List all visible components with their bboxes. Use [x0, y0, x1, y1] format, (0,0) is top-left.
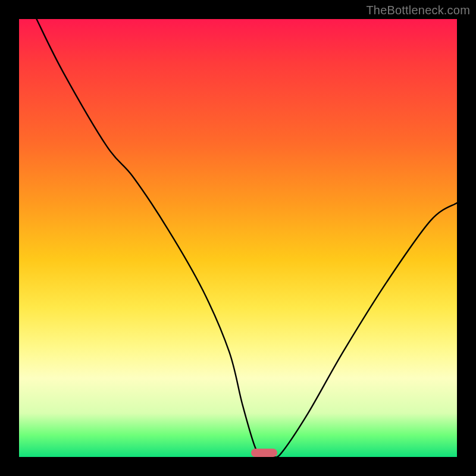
bottleneck-curve [19, 19, 457, 457]
optimum-marker [251, 449, 277, 457]
plot-area [19, 19, 457, 457]
watermark-label: TheBottleneck.com [366, 4, 470, 17]
chart-frame: TheBottleneck.com [0, 0, 476, 476]
